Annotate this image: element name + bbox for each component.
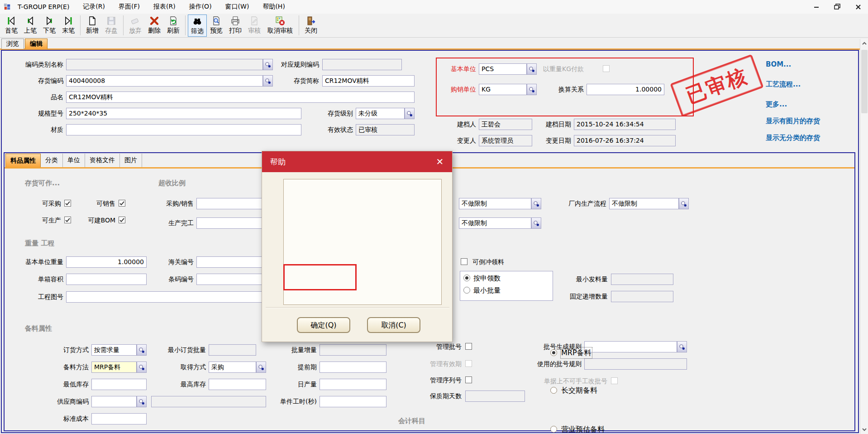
restore-button[interactable] bbox=[834, 3, 841, 10]
order-mode-lookup-button[interactable] bbox=[137, 344, 147, 356]
lead-time-field[interactable] bbox=[320, 362, 386, 373]
dialog-ok-button[interactable]: 确定(Q) bbox=[297, 317, 350, 333]
preview-button[interactable]: 预览 bbox=[207, 14, 226, 37]
subtab-unit[interactable]: 单位 bbox=[63, 154, 85, 167]
supplier-lookup-button[interactable] bbox=[137, 396, 147, 407]
first-record-button[interactable]: 首笔 bbox=[2, 14, 21, 37]
cancel-audit-button[interactable]: 取消审核 bbox=[264, 14, 296, 37]
prep-method-field[interactable]: MRP备料 bbox=[91, 362, 137, 373]
filter-button[interactable]: 筛选 bbox=[188, 14, 207, 37]
menu-record[interactable]: 记录(R) bbox=[76, 3, 112, 11]
show-items-with-image-link[interactable]: 显示有图片的存货 bbox=[766, 117, 820, 125]
creator-field: 王碧会 bbox=[479, 119, 532, 130]
delete-button[interactable]: 删除 bbox=[145, 14, 164, 37]
tab-edit[interactable]: 编辑 bbox=[25, 39, 48, 49]
supplier-field[interactable] bbox=[91, 396, 137, 407]
menu-operation[interactable]: 操作(O) bbox=[182, 3, 219, 11]
customs-label: 海关编号 bbox=[153, 256, 194, 268]
std-cost-field[interactable] bbox=[91, 413, 147, 424]
spec-field[interactable]: 250*240*35 bbox=[66, 108, 301, 119]
dialog-close-icon[interactable]: ✕ bbox=[434, 156, 446, 168]
close-window-button[interactable] bbox=[854, 3, 862, 10]
option-sales-forecast-radio[interactable] bbox=[550, 426, 557, 433]
backflush-checkbox[interactable] bbox=[461, 258, 467, 265]
manage-lot-checkbox[interactable] bbox=[465, 343, 472, 350]
menu-help[interactable]: 帮助(H) bbox=[256, 3, 291, 11]
over-finish-field[interactable] bbox=[196, 217, 267, 229]
bomable-checkbox[interactable] bbox=[119, 217, 125, 223]
daily-output-field[interactable] bbox=[320, 379, 386, 390]
max-stock-field[interactable] bbox=[209, 379, 266, 390]
barcode-field[interactable] bbox=[196, 274, 267, 285]
level-lookup-button[interactable] bbox=[405, 108, 415, 119]
scroll-down-icon[interactable] bbox=[860, 425, 868, 434]
acquire-lookup-button[interactable] bbox=[256, 362, 266, 373]
option-sales-forecast-label[interactable]: 营业预估备料 bbox=[561, 424, 605, 434]
process-flow-link[interactable]: 工艺流程... bbox=[766, 80, 801, 89]
item-name-field[interactable]: CR12MOV精料 bbox=[66, 92, 415, 103]
factory-flow-field[interactable]: 不做限制 bbox=[609, 198, 679, 209]
base-weight-field[interactable]: 1.00000 bbox=[66, 256, 147, 268]
option-mrp-radio[interactable] bbox=[550, 349, 557, 356]
material-field[interactable] bbox=[66, 124, 301, 135]
limit2-lookup-button[interactable] bbox=[531, 217, 541, 229]
producible-label: 可生产 bbox=[25, 215, 61, 226]
refresh-button[interactable]: 刷新 bbox=[164, 14, 183, 37]
dialog-cancel-button[interactable]: 取消(C) bbox=[367, 317, 420, 333]
limit1-field[interactable]: 不做限制 bbox=[459, 198, 531, 209]
over-purchase-field[interactable] bbox=[196, 198, 267, 209]
menu-window[interactable]: 窗口(W) bbox=[219, 3, 256, 11]
unit-hours-field[interactable] bbox=[320, 396, 386, 407]
subtab-classification[interactable]: 分类 bbox=[41, 154, 63, 167]
last-record-button[interactable]: 末笔 bbox=[59, 14, 78, 37]
factory-flow-lookup-button[interactable] bbox=[679, 198, 689, 209]
menu-interface[interactable]: 界面(F) bbox=[112, 3, 147, 11]
refresh-icon bbox=[168, 14, 179, 27]
shelf-life-label: 保质期天数 bbox=[421, 391, 462, 402]
close-form-button[interactable]: 关闭 bbox=[301, 14, 320, 37]
tab-browse[interactable]: 浏览 bbox=[1, 39, 24, 49]
more-link[interactable]: 更多... bbox=[766, 100, 787, 109]
manage-serial-checkbox[interactable] bbox=[465, 376, 472, 383]
limit2-field[interactable]: 不做限制 bbox=[459, 217, 531, 229]
subtab-item-attributes[interactable]: 料品属性 bbox=[5, 154, 41, 167]
acquire-field[interactable]: 采购 bbox=[209, 362, 256, 373]
drawing-field[interactable] bbox=[66, 291, 267, 303]
option-mrp-label[interactable]: MRP备料 bbox=[561, 348, 591, 358]
order-mode-field[interactable]: 按需求量 bbox=[91, 344, 137, 356]
scrollbar-thumb[interactable] bbox=[861, 50, 868, 113]
producible-checkbox[interactable] bbox=[64, 217, 71, 223]
menu-report[interactable]: 报表(R) bbox=[147, 3, 182, 11]
prep-method-lookup-button[interactable] bbox=[137, 362, 147, 373]
sellable-checkbox[interactable] bbox=[119, 200, 125, 207]
scroll-up-icon[interactable] bbox=[860, 39, 868, 48]
bom-link[interactable]: BOM... bbox=[766, 60, 791, 68]
lot-rule-field[interactable] bbox=[584, 341, 677, 352]
show-unclassified-items-link[interactable]: 显示无分类的存货 bbox=[766, 134, 820, 142]
coding-category-field[interactable] bbox=[66, 59, 263, 70]
option-long-lead-label[interactable]: 长交期备料 bbox=[561, 386, 597, 395]
item-abbr-field[interactable]: CR12MOV精料 bbox=[322, 75, 415, 87]
vertical-scrollbar[interactable] bbox=[860, 39, 868, 434]
item-code-field[interactable]: 400400008 bbox=[66, 75, 263, 87]
print-button[interactable]: 打印 bbox=[226, 14, 245, 37]
menu-tgroup-erp[interactable]: T-GROUP ERP(E) bbox=[11, 3, 76, 10]
min-stock-field[interactable] bbox=[91, 379, 147, 390]
prev-record-button[interactable]: 上笔 bbox=[21, 14, 40, 37]
issue-min-batch-label: 最小批量 bbox=[473, 285, 501, 295]
subtab-image[interactable]: 图片 bbox=[120, 154, 142, 167]
lot-rule-lookup-button[interactable] bbox=[677, 341, 687, 352]
purchasable-checkbox[interactable] bbox=[64, 200, 71, 207]
new-button[interactable]: 新增 bbox=[83, 14, 102, 37]
box-volume-field[interactable] bbox=[66, 274, 147, 285]
limit1-lookup-button[interactable] bbox=[531, 198, 541, 209]
subtab-qualification-files[interactable]: 资格文件 bbox=[85, 154, 120, 167]
rule-code-label: 对应规则编码 bbox=[253, 59, 319, 70]
next-record-button[interactable]: 下笔 bbox=[40, 14, 59, 37]
level-field[interactable]: 未分级 bbox=[356, 108, 405, 119]
minimize-button[interactable] bbox=[813, 3, 820, 10]
issue-by-apply-radio[interactable] bbox=[463, 275, 470, 281]
option-long-lead-radio[interactable] bbox=[550, 387, 557, 394]
customs-field[interactable] bbox=[196, 256, 267, 268]
issue-min-batch-radio[interactable] bbox=[463, 287, 470, 294]
